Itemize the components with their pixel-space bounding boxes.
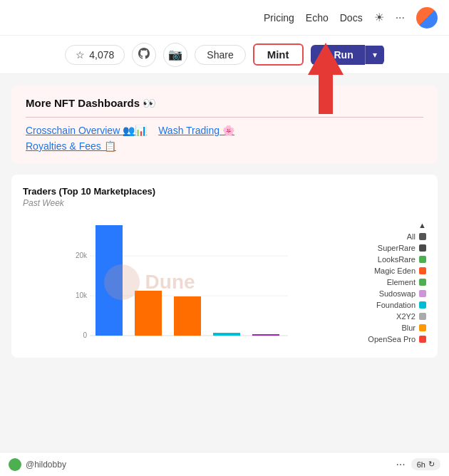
legend-item-looksrare: LooksRare	[348, 255, 426, 264]
svg-text:Element: Element	[177, 338, 198, 339]
echo-link[interactable]: Echo	[306, 12, 329, 24]
svg-text:10k: 10k	[76, 291, 88, 299]
avatar[interactable]	[416, 7, 438, 29]
more-menu-btn[interactable]: ···	[396, 11, 405, 24]
nft-dashboards-card: More NFT Dashboards 👀 Crosschain Overvie…	[11, 86, 438, 163]
chart-legend: ▲ All SuperRare LooksRare Magic Eden	[348, 218, 426, 346]
chart-area: Dune 0 10k 20k OpenSea Open.. Pro	[23, 218, 426, 346]
bottom-right: ··· 6h ↻	[396, 458, 440, 471]
legend-item-magiceden: Magic Eden	[348, 267, 426, 275]
legend-dot-superrare	[419, 244, 426, 252]
github-icon	[138, 48, 150, 62]
legend-item-opensea-pro: OpenSea Pro	[348, 335, 426, 343]
nft-link-row-1: Crosschain Overview 👥📊 Wash Trading 🌸	[26, 125, 423, 136]
sun-icon-btn[interactable]: ☀	[374, 11, 384, 24]
legend-scroll-up[interactable]: ▲	[348, 221, 426, 229]
star-button[interactable]: ☆ 4,078	[65, 45, 125, 65]
run-main-button[interactable]: ◈ Run	[311, 45, 365, 65]
crosschain-overview-link[interactable]: Crosschain Overview 👥📊	[26, 125, 147, 136]
nav-links: Pricing Echo Docs ☀ ···	[264, 7, 438, 29]
sun-icon: ☀	[374, 11, 384, 24]
toolbar: ☆ 4,078 📷 Share Mint ◈ Run ▾	[0, 36, 449, 74]
time-value: 6h	[417, 460, 425, 469]
legend-dot-magiceden	[419, 267, 426, 274]
nft-links: Crosschain Overview 👥📊 Wash Trading 🌸 Ro…	[26, 125, 423, 152]
bar-element	[174, 296, 201, 336]
docs-link[interactable]: Docs	[340, 12, 363, 24]
legend-dot-looksrare	[419, 256, 426, 263]
bar-superrare	[252, 334, 279, 336]
run-button-group: ◈ Run ▾	[311, 45, 384, 65]
run-label: Run	[334, 49, 353, 61]
legend-label-element: Element	[387, 278, 416, 286]
svg-text:20k: 20k	[76, 252, 88, 259]
github-button[interactable]	[132, 43, 156, 67]
wash-trading-link[interactable]: Wash Trading 🌸	[158, 125, 234, 136]
username: @hildobby	[26, 460, 66, 470]
svg-text:Open.. Pro: Open.. Pro	[135, 338, 162, 339]
legend-dot-opensea-pro	[419, 336, 426, 343]
chart-plot: Dune 0 10k 20k OpenSea Open.. Pro	[23, 218, 339, 346]
svg-text:OpenSea: OpenSea	[97, 338, 121, 339]
chart-title: Traders (Top 10 Marketplaces)	[23, 186, 426, 197]
legend-dot-x2y2	[419, 313, 426, 320]
top-nav: Pricing Echo Docs ☀ ···	[0, 0, 449, 36]
legend-item-superrare: SuperRare	[348, 244, 426, 252]
legend-dot-element	[419, 279, 426, 286]
camera-button[interactable]: 📷	[163, 43, 187, 67]
legend-label-x2y2: X2Y2	[396, 312, 416, 321]
run-icon: ◈	[322, 49, 330, 61]
main-content: More NFT Dashboards 👀 Crosschain Overvie…	[0, 74, 449, 369]
legend-label-all: All	[407, 232, 416, 241]
chart-card: Traders (Top 10 Marketplaces) Past Week …	[11, 175, 438, 358]
legend-item-all: All	[348, 232, 426, 241]
bottom-bar: @hildobby ··· 6h ↻	[0, 452, 449, 476]
svg-text:0: 0	[83, 331, 87, 339]
legend-label-looksrare: LooksRare	[378, 255, 416, 264]
svg-text:Foun..tion: Foun..tion	[214, 338, 239, 339]
refresh-icon: ↻	[428, 460, 435, 469]
legend-item-element: Element	[348, 278, 426, 286]
time-badge: 6h ↻	[411, 458, 440, 470]
nft-link-row-2: Royalties & Fees 📋	[26, 140, 423, 152]
more-icon: ···	[396, 458, 405, 471]
royalties-fees-link[interactable]: Royalties & Fees 📋	[26, 140, 116, 152]
legend-dot-all	[419, 233, 426, 240]
chevron-down-icon: ▾	[373, 50, 377, 60]
legend-item-foundation: Foundation	[348, 301, 426, 309]
bars-chart: 0 10k 20k OpenSea Open.. Pro Element	[23, 218, 339, 339]
legend-dot-sudoswap	[419, 290, 426, 297]
bottom-left: @hildobby	[9, 458, 66, 471]
legend-label-superrare: SuperRare	[378, 244, 416, 252]
legend-dot-blur	[419, 324, 426, 331]
legend-label-magiceden: Magic Eden	[374, 267, 416, 275]
legend-dot-foundation	[419, 301, 426, 309]
chart-subtitle: Past Week	[23, 198, 426, 208]
legend-label-blur: Blur	[401, 324, 416, 332]
star-count: 4,078	[89, 49, 114, 61]
legend-label-foundation: Foundation	[376, 301, 416, 309]
pricing-link[interactable]: Pricing	[264, 12, 294, 24]
svg-text:SuperRare: SuperRare	[252, 338, 280, 339]
legend-label-opensea-pro: OpenSea Pro	[368, 335, 416, 343]
mint-button[interactable]: Mint	[253, 43, 304, 66]
legend-item-x2y2: X2Y2	[348, 312, 426, 321]
bottom-more-btn[interactable]: ···	[396, 458, 405, 471]
camera-icon: 📷	[168, 48, 182, 61]
more-icon: ···	[396, 11, 405, 24]
bar-foundation	[213, 333, 240, 336]
user-avatar-dot	[9, 458, 21, 471]
bar-opensea-pro	[135, 291, 162, 336]
legend-item-sudoswap: Sudoswap	[348, 289, 426, 298]
bar-opensea	[96, 225, 123, 336]
run-dropdown-button[interactable]: ▾	[365, 46, 384, 64]
star-icon: ☆	[76, 49, 85, 61]
nft-card-title: More NFT Dashboards 👀	[26, 97, 423, 118]
legend-item-blur: Blur	[348, 324, 426, 332]
legend-label-sudoswap: Sudoswap	[379, 289, 416, 298]
share-button[interactable]: Share	[195, 45, 245, 65]
